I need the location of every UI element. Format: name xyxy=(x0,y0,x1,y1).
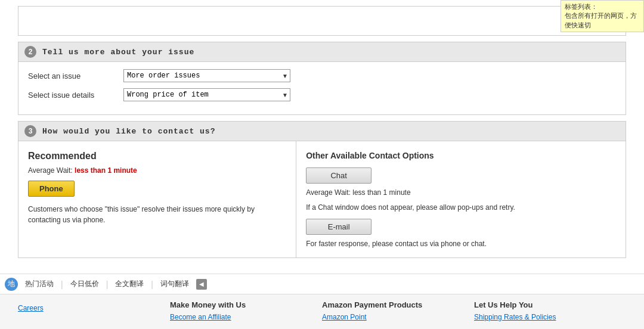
footer-col-help: Let Us Help You Shipping Rates & Policie… xyxy=(474,300,626,323)
footer-col-help-title: Let Us Help You xyxy=(474,300,626,309)
top-content-area xyxy=(18,6,626,36)
wait-highlight: less than 1 minute xyxy=(75,166,137,175)
full-translate-button[interactable]: 全文翻译 xyxy=(110,278,148,290)
footer-col-make-money: Make Money with Us Become an Affiliate xyxy=(170,300,322,323)
footer: 地 热门活动 | 今日低价 | 全文翻译 | 词句翻译 ◀ Careers Ma… xyxy=(0,274,644,329)
toolbar-arrow[interactable]: ◀ xyxy=(196,279,207,290)
sep-1: | xyxy=(61,280,63,289)
affiliate-link[interactable]: Become an Affiliate xyxy=(170,313,322,321)
other-options-title: Other Available Contact Options xyxy=(306,151,616,160)
footer-col-careers: Careers xyxy=(18,300,170,323)
section-3-body: Recommended Average Wait: less than 1 mi… xyxy=(18,141,626,257)
section-2-header: 2 Tell us more about your issue xyxy=(18,42,626,62)
issue-select[interactable]: More order issues xyxy=(123,69,290,82)
footer-col-amazon-payment-title: Amazon Payment Products xyxy=(322,300,474,309)
sep-2: | xyxy=(106,280,109,289)
section-3-header: 3 How would you like to contact us? xyxy=(18,122,626,141)
sep-3: | xyxy=(151,280,153,289)
footer-links: Careers Make Money with Us Become an Aff… xyxy=(0,294,644,329)
footer-col-amazon-payment: Amazon Payment Products Amazon Point xyxy=(322,300,474,323)
translate-icon[interactable]: 地 xyxy=(5,278,18,291)
issue-details-select-wrapper[interactable]: Wrong price of item xyxy=(123,88,290,101)
amazon-point-link[interactable]: Amazon Point xyxy=(322,313,474,321)
low-price-button[interactable]: 今日低价 xyxy=(66,278,104,290)
wait-label: Average Wait: xyxy=(28,166,73,175)
section-3-block: 3 How would you like to contact us? Reco… xyxy=(18,121,626,258)
phrase-translate-button[interactable]: 词句翻译 xyxy=(156,278,194,290)
shipping-link[interactable]: Shipping Rates & Policies xyxy=(474,313,626,321)
recommended-title: Recommended xyxy=(28,151,286,162)
hot-activities-button[interactable]: 热门活动 xyxy=(20,278,58,290)
section-2-body: Select an issue More order issues Select… xyxy=(18,62,626,114)
footer-col-make-money-title: Make Money with Us xyxy=(170,300,322,309)
phone-description: Customers who choose "this issue" resolv… xyxy=(28,204,286,225)
phone-button[interactable]: Phone xyxy=(28,181,75,197)
issue-select-wrapper[interactable]: More order issues xyxy=(123,69,290,82)
annotation-tooltip: 标签列表： 包含所有打开的网页，方便快速切 xyxy=(561,0,644,32)
other-options-panel: Other Available Contact Options Chat Ave… xyxy=(296,141,626,257)
section-3-number: 3 xyxy=(24,125,36,137)
careers-link[interactable]: Careers xyxy=(18,304,170,312)
section-3-title: How would you like to contact us? xyxy=(42,127,215,136)
other-wait-text: Average Wait: less than 1 minute xyxy=(306,188,616,197)
recommended-panel: Recommended Average Wait: less than 1 mi… xyxy=(18,141,296,257)
section-2-block: 2 Tell us more about your issue Select a… xyxy=(18,42,626,115)
recommended-wait-text: Average Wait: less than 1 minute xyxy=(28,166,286,175)
section-2-number: 2 xyxy=(24,46,36,58)
issue-details-row: Select issue details Wrong price of item xyxy=(28,88,616,101)
faster-note: For faster response, please contact us v… xyxy=(306,240,616,248)
chat-button[interactable]: Chat xyxy=(306,167,371,184)
footer-toolbar: 地 热门活动 | 今日低价 | 全文翻译 | 词句翻译 ◀ xyxy=(0,274,644,294)
popup-note: If a Chat window does not appear, please… xyxy=(306,203,616,213)
issue-row: Select an issue More order issues xyxy=(28,69,616,82)
issue-details-select[interactable]: Wrong price of item xyxy=(123,88,290,101)
issue-label: Select an issue xyxy=(28,72,123,80)
section-2-title: Tell us more about your issue xyxy=(42,48,194,57)
issue-details-label: Select issue details xyxy=(28,91,123,100)
email-button[interactable]: E-mail xyxy=(306,219,371,235)
